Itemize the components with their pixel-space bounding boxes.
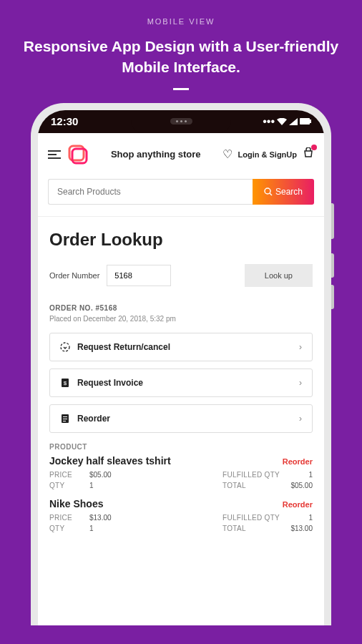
product-details: PRICE $13.00 FULFILLED QTY 1 QTY 1 TOTAL… — [49, 514, 313, 532]
svg-text:$: $ — [64, 380, 67, 386]
reorder-link[interactable]: Reorder — [283, 500, 313, 509]
battery-icon — [300, 118, 311, 125]
cart-badge — [311, 145, 317, 150]
price-value: $13.00 — [89, 514, 222, 522]
logo-icon[interactable] — [67, 143, 89, 166]
total-value: $13.00 — [287, 525, 313, 532]
divider — [173, 88, 189, 90]
volume-down — [331, 285, 334, 309]
total-label: TOTAL — [222, 482, 287, 489]
chevron-right-icon: › — [299, 342, 302, 352]
notch — [131, 110, 231, 133]
wifi-icon — [277, 118, 287, 125]
power-button — [331, 203, 334, 239]
signal-icon — [289, 118, 298, 125]
order-number-input[interactable] — [107, 265, 171, 286]
invoice-icon: $ — [60, 378, 70, 388]
login-link[interactable]: Login & SignUp — [238, 150, 297, 159]
fulfilled-value: 1 — [287, 514, 313, 522]
volume-up — [331, 253, 334, 278]
more-icon: ••• — [263, 115, 275, 128]
price-label: PRICE — [49, 514, 89, 522]
fulfilled-value: 1 — [287, 471, 313, 479]
chevron-right-icon: › — [299, 414, 302, 424]
order-number-label: Order Number — [49, 271, 99, 280]
order-placed-date: Placed on December 20, 2018, 5:32 pm — [49, 315, 313, 323]
svg-rect-0 — [300, 118, 310, 125]
action-request-return[interactable]: Request Return/cancel › — [49, 333, 313, 361]
price-value: $05.00 — [89, 471, 222, 479]
product-section-label: PRODUCT — [49, 443, 313, 451]
product-name: Jockey half sleaves tshirt — [49, 455, 171, 467]
reorder-link[interactable]: Reorder — [283, 457, 313, 466]
total-label: TOTAL — [222, 525, 287, 532]
product-row: Jockey half sleaves tshirt Reorder — [49, 455, 313, 467]
fulfilled-label: FULFILLED QTY — [222, 471, 287, 479]
store-name: Shop anything store — [95, 149, 217, 160]
svg-point-6 — [61, 343, 69, 351]
menu-icon[interactable] — [48, 150, 61, 159]
status-bar: 12:30 ••• — [38, 110, 324, 133]
search-button[interactable]: Search — [253, 179, 314, 205]
promo-label: MOBILE VIEW — [0, 17, 362, 26]
qty-value: 1 — [89, 482, 222, 489]
search-button-label: Search — [275, 187, 303, 197]
chevron-right-icon: › — [299, 378, 302, 388]
qty-value: 1 — [89, 525, 222, 532]
action-label: Request Invoice — [77, 378, 292, 388]
qty-label: QTY — [49, 525, 89, 532]
svg-line-5 — [270, 193, 272, 195]
action-request-invoice[interactable]: $ Request Invoice › — [49, 369, 313, 397]
clock: 12:30 — [51, 115, 78, 127]
total-value: $05.00 — [287, 482, 313, 489]
price-label: PRICE — [49, 471, 89, 479]
lookup-row: Order Number Look up — [49, 264, 313, 287]
phone-frame: 12:30 ••• Shop anything store — [31, 103, 331, 625]
action-reorder[interactable]: Reorder › — [49, 404, 313, 433]
reorder-icon — [60, 414, 70, 424]
promo-headline: Responsive App Design with a User-friend… — [0, 36, 362, 78]
qty-label: QTY — [49, 482, 89, 489]
app-header: Shop anything store ♡ Login & SignUp — [38, 133, 324, 173]
search-input[interactable] — [48, 179, 253, 205]
order-number-display: ORDER NO. #5168 — [49, 304, 313, 312]
product-name: Nike Shoes — [49, 498, 103, 509]
product-details: PRICE $05.00 FULFILLED QTY 1 QTY 1 TOTAL… — [49, 471, 313, 489]
svg-rect-11 — [63, 419, 67, 419]
cart-icon[interactable] — [303, 147, 314, 161]
svg-rect-12 — [63, 421, 66, 421]
heart-icon[interactable]: ♡ — [222, 147, 233, 161]
svg-rect-1 — [310, 119, 311, 123]
search-icon — [264, 187, 273, 196]
lookup-button[interactable]: Look up — [245, 264, 313, 287]
search-row: Search — [38, 173, 324, 216]
status-icons: ••• — [263, 115, 311, 128]
product-row: Nike Shoes Reorder — [49, 498, 313, 509]
svg-point-4 — [265, 188, 270, 194]
return-icon — [60, 342, 70, 352]
page-title: Order Lookup — [49, 230, 313, 250]
action-label: Request Return/cancel — [77, 342, 292, 352]
svg-rect-10 — [63, 416, 67, 417]
action-label: Reorder — [77, 414, 292, 424]
fulfilled-label: FULFILLED QTY — [222, 514, 287, 522]
